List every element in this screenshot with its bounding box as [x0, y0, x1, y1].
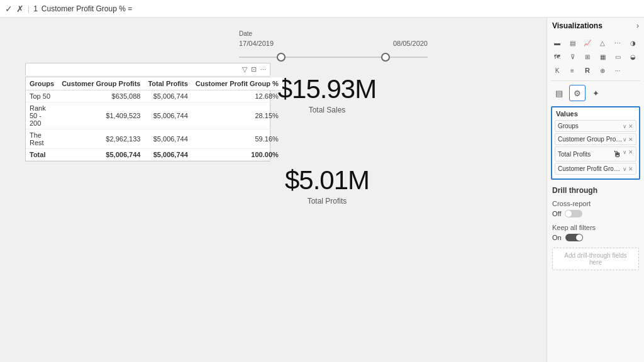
- viz-stacked-icon[interactable]: ▤: [566, 36, 579, 49]
- viz-pie-icon[interactable]: ◑: [626, 36, 639, 49]
- focus-icon[interactable]: ⊡: [251, 65, 257, 74]
- filter-icon[interactable]: ▽: [242, 65, 247, 74]
- keep-filters-state: On: [552, 234, 562, 241]
- cursor-icon: 🖱: [613, 149, 621, 159]
- date-end: 08/05/2020: [393, 40, 428, 47]
- col-cgp: Customer Group Profits: [58, 77, 144, 90]
- cell-groups: The Rest: [26, 129, 58, 149]
- tab-divider: |: [28, 4, 30, 13]
- kpi-profits-label: Total Profits: [239, 197, 415, 206]
- cross-report-thumb: [565, 211, 572, 217]
- value-item-name: Customer Group Profits: [558, 136, 623, 143]
- drill-through-header: Drill through: [552, 186, 639, 195]
- table-total-row: Total $5,006,744 $5,006,744 100.00%: [26, 149, 282, 161]
- viz-area-icon[interactable]: △: [596, 36, 609, 49]
- cell-pct: 59.16%: [192, 129, 282, 149]
- value-item-icons: 🖱 ∨ ✕: [613, 149, 633, 159]
- viz-kpi-icon[interactable]: K: [551, 64, 564, 77]
- viz-map-icon[interactable]: 🗺: [551, 50, 564, 63]
- cross-report-track[interactable]: [565, 210, 582, 217]
- viz-card-icon[interactable]: ▭: [611, 50, 624, 63]
- date-slicer-label: Date: [239, 30, 428, 37]
- more-icon[interactable]: ···: [260, 65, 266, 74]
- value-item[interactable]: Customer Profit Group % ∨ ✕: [555, 163, 636, 175]
- col-tp: Total Profits: [144, 77, 191, 90]
- viz-r-icon[interactable]: R: [581, 64, 594, 77]
- value-item-name: Groups: [558, 123, 623, 129]
- fields-tab[interactable]: ▤: [551, 85, 567, 101]
- chevron-icon[interactable]: ∨: [623, 123, 627, 129]
- viz-icons-grid: ▬ ▤ 📈 △ ⋯ ◑ 🗺 ⊽ ⊞ ▦ ▭ ◒ K ≡ R ⊕ ···: [547, 34, 644, 79]
- col-pct: Customer Profit Group %: [192, 77, 282, 90]
- remove-icon[interactable]: ✕: [628, 123, 633, 129]
- viz-py-icon[interactable]: ⊕: [596, 64, 609, 77]
- right-sidebar: Visualizations › ▬ ▤ 📈 △ ⋯ ◑ 🗺 ⊽ ⊞ ▦ ▭ ◒…: [547, 18, 644, 362]
- keep-filters-toggle[interactable]: On: [552, 234, 639, 241]
- cross-report-label: Cross-report: [552, 200, 639, 207]
- kpi-profits-value: $5.01M: [239, 165, 415, 195]
- analytics-tab[interactable]: ✦: [587, 85, 604, 101]
- value-item[interactable]: Total Profits 🖱 ∨ ✕: [555, 146, 636, 162]
- viz-bar-icon[interactable]: ▬: [551, 36, 564, 49]
- viz-panel-header: Visualizations ›: [547, 18, 644, 34]
- cross-report-toggle[interactable]: Off: [552, 210, 639, 217]
- cell-cgp: $2,962,133: [58, 129, 144, 149]
- date-slicer-left-handle[interactable]: [277, 53, 286, 62]
- values-section: Values Groups ∨ ✕ Customer Group Profits…: [551, 106, 640, 180]
- check-icon[interactable]: ✓: [5, 4, 13, 14]
- cell-pct: 12.68%: [192, 90, 282, 102]
- value-item[interactable]: Groups ∨ ✕: [555, 120, 636, 132]
- remove-icon[interactable]: ✕: [628, 149, 633, 159]
- cell-cgp: $635,088: [58, 90, 144, 102]
- table-row[interactable]: The Rest $2,962,133 $5,006,744 59.16%: [26, 129, 282, 149]
- viz-more-icon[interactable]: ···: [611, 64, 624, 77]
- cell-groups: Rank 50 - 200: [26, 102, 58, 129]
- date-slicer-right-handle[interactable]: [381, 53, 390, 62]
- date-slicer-track[interactable]: [239, 51, 428, 63]
- x-icon[interactable]: ✗: [16, 4, 24, 14]
- viz-line-icon[interactable]: 📈: [581, 36, 594, 49]
- value-item[interactable]: Customer Group Profits ∨ ✕: [555, 133, 636, 145]
- viz-table-icon[interactable]: ⊞: [581, 50, 594, 63]
- data-table-container: Groups Customer Group Profits Total Prof…: [25, 77, 270, 162]
- table-header-icons: ▽ ⊡ ···: [25, 63, 270, 75]
- date-slicer-dates: 17/04/2019 08/05/2020: [239, 40, 428, 47]
- value-item-name: Customer Profit Group %: [558, 165, 623, 172]
- chevron-icon[interactable]: ∨: [623, 136, 627, 143]
- date-start: 17/04/2019: [239, 40, 274, 47]
- table-row[interactable]: Top 50 $635,088 $5,006,744 12.68%: [26, 90, 282, 102]
- viz-panel-title: Visualizations: [552, 21, 602, 30]
- tab-number: 1: [33, 4, 38, 13]
- canvas-area: Date 17/04/2019 08/05/2020 $15.93M Total…: [0, 18, 547, 362]
- values-header: Values: [555, 110, 636, 118]
- tab-title: Customer Profit Group % =: [42, 4, 132, 13]
- cell-tp: $5,006,744: [144, 102, 191, 129]
- cell-cgp: $1,409,523: [58, 102, 144, 129]
- viz-gauge-icon[interactable]: ◒: [626, 50, 639, 63]
- values-items: Groups ∨ ✕ Customer Group Profits ∨ ✕ To…: [555, 120, 636, 175]
- drill-field-placeholder[interactable]: Add drill-through fields here: [552, 248, 639, 270]
- value-item-icons: ∨ ✕: [623, 166, 633, 172]
- date-slicer: Date 17/04/2019 08/05/2020: [239, 30, 428, 63]
- viz-scatter-icon[interactable]: ⋯: [611, 36, 624, 49]
- remove-icon[interactable]: ✕: [628, 136, 633, 143]
- cell-pct: 28.15%: [192, 102, 282, 129]
- cell-total-label: Total: [26, 149, 58, 161]
- viz-separator: [551, 80, 640, 81]
- viz-matrix-icon[interactable]: ▦: [596, 50, 609, 63]
- date-slicer-line: [239, 57, 428, 58]
- keep-filters-track[interactable]: [565, 234, 583, 241]
- format-tab[interactable]: ⚙: [569, 85, 586, 101]
- viz-slicer-icon[interactable]: ≡: [566, 64, 579, 77]
- cross-report-state: Off: [552, 210, 561, 217]
- viz-sub-tabs: ▤ ⚙ ✦: [547, 82, 644, 104]
- viz-funnel-icon[interactable]: ⊽: [566, 50, 579, 63]
- chevron-icon[interactable]: ∨: [623, 149, 627, 159]
- kpi-total-profits: $5.01M Total Profits: [239, 165, 415, 206]
- remove-icon[interactable]: ✕: [628, 166, 633, 172]
- keep-filters-label: Keep all filters: [552, 224, 639, 231]
- viz-panel-chevron[interactable]: ›: [636, 21, 639, 30]
- value-item-name: Total Profits: [558, 151, 613, 158]
- chevron-icon[interactable]: ∨: [623, 166, 627, 172]
- table-row[interactable]: Rank 50 - 200 $1,409,523 $5,006,744 28.1…: [26, 102, 282, 129]
